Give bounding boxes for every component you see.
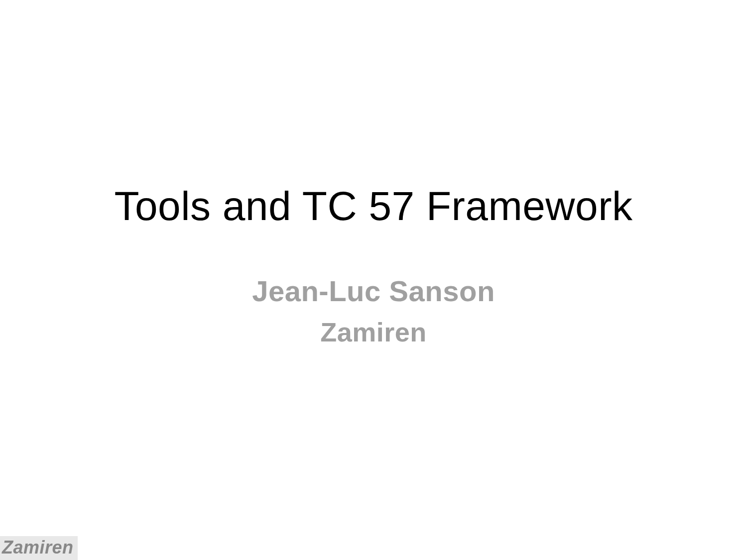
author-name: Jean-Luc Sanson [252,274,495,308]
slide-title: Tools and TC 57 Framework [115,183,633,229]
subtitle-block: Jean-Luc Sanson Zamiren [252,274,495,347]
author-affiliation: Zamiren [320,317,427,347]
footer-logo: Zamiren [0,536,78,560]
slide-content: Tools and TC 57 Framework Jean-Luc Sanso… [0,0,747,560]
